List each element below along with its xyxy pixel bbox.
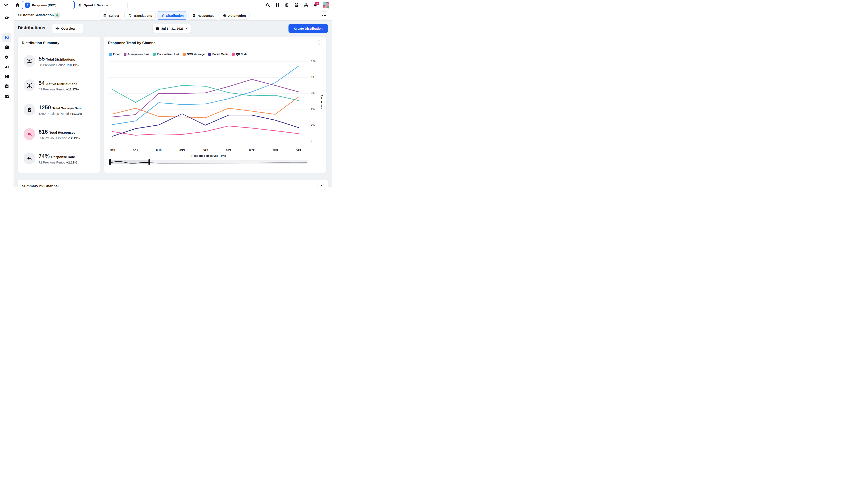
y-tick-label: 0 <box>311 139 321 142</box>
legend-swatch <box>183 53 186 56</box>
trend-chart-svg <box>109 60 308 142</box>
metric-label: Response Rate <box>51 155 75 159</box>
legend-label: Personalized Link <box>157 53 179 56</box>
metric-value: 1250 <box>38 104 51 111</box>
legend-label: SMS Message <box>187 53 205 56</box>
view-selector-dropdown[interactable]: Overview <box>52 24 83 33</box>
nav-distribution-button[interactable]: Distribution <box>157 11 187 20</box>
rail-reports-icon[interactable] <box>4 64 9 69</box>
metric-value: 74% <box>38 153 50 159</box>
translations-icon <box>128 13 132 18</box>
slider-handle-right[interactable] <box>149 159 150 165</box>
metric-label: Active Distributions <box>46 82 77 86</box>
tab-sprinklr-service[interactable]: Sprinklr Service <box>78 2 108 8</box>
search-icon[interactable] <box>266 3 270 7</box>
metric-delta: +11.97% <box>66 88 79 91</box>
automation-icon <box>223 14 226 18</box>
legend-label: Anonymous Link <box>128 53 149 56</box>
nav-builder-label: Builder <box>108 14 120 18</box>
legend-item[interactable]: Social Media <box>208 53 228 56</box>
date-range-value: Jul 1 - 31, 2023 <box>161 27 184 30</box>
metric-previous: 49 Previous Period <box>38 88 65 91</box>
nav-builder-button[interactable]: Builder <box>99 11 123 20</box>
distribution-send-icon <box>160 14 164 18</box>
legend-item[interactable]: QR Code <box>232 53 247 56</box>
x-tick-label: 6/16 <box>106 149 119 152</box>
sprinklr-logo-icon[interactable] <box>3 2 9 8</box>
reply-icon <box>24 128 35 140</box>
slider-mini-sparkline <box>109 160 308 164</box>
community-icon[interactable] <box>304 3 308 7</box>
y-tick-label: 300 <box>311 123 321 126</box>
legend-item[interactable]: Email <box>109 53 120 56</box>
x-tick-label: 6/17 <box>129 149 142 152</box>
rail-surveys-icon[interactable] <box>4 35 9 40</box>
legend-label: Email <box>113 53 120 56</box>
metric-value: 54 <box>38 80 45 86</box>
x-tick-label: 6/20 <box>199 149 212 152</box>
online-status-dot <box>327 6 330 9</box>
legend-item[interactable]: Personalized Link <box>153 53 179 56</box>
series-line-qr-code[interactable] <box>112 126 299 135</box>
compose-icon[interactable] <box>285 3 289 7</box>
metric-total-distributions: 55Total Distributions 50 Previous Period… <box>24 55 79 67</box>
builder-icon <box>103 14 107 18</box>
rail-inbox-icon[interactable] <box>4 93 9 98</box>
date-range-picker[interactable]: Jul 1 - 31, 2023 <box>153 24 191 33</box>
rail-settings-ai-icon[interactable] <box>4 55 9 60</box>
app-window: Programs (FPO) Sprinklr Service + 01 <box>0 0 332 187</box>
calendar-day-label: 01 <box>294 5 299 7</box>
metric-delta: -12.19% <box>68 136 80 140</box>
refresh-icon[interactable] <box>317 183 324 187</box>
apps-grid-icon[interactable] <box>275 3 280 7</box>
series-line-sms-message[interactable] <box>112 97 299 118</box>
refresh-icon[interactable] <box>316 40 322 47</box>
legend-swatch <box>153 53 156 56</box>
tab-service-label: Sprinklr Service <box>84 3 108 7</box>
home-icon[interactable] <box>15 3 20 8</box>
create-distribution-button[interactable]: Create Distribution <box>288 24 328 33</box>
legend-item[interactable]: SMS Message <box>183 53 205 56</box>
legend-swatch <box>124 53 126 56</box>
responses-icon <box>192 14 196 18</box>
nav-automation-button[interactable]: Automation <box>219 11 249 20</box>
response-trend-card: Response Trend by Channel EmailAnonymous… <box>104 37 326 173</box>
legend-swatch <box>109 53 112 56</box>
metric-delta: +2.19% <box>66 160 77 164</box>
legend-swatch <box>208 53 211 56</box>
nav-translations-button[interactable]: Translations <box>124 11 156 20</box>
program-title: Customer Satisfaction <box>18 10 54 20</box>
slider-handle-left[interactable] <box>109 159 111 165</box>
metric-value: 55 <box>38 56 45 62</box>
nav-responses-button[interactable]: Responses <box>188 11 218 20</box>
nav-translations-label: Translations <box>133 14 152 18</box>
metric-delta: +10.19% <box>66 63 79 67</box>
more-options-button[interactable] <box>320 11 328 20</box>
legend-item[interactable]: Anonymous Link <box>124 53 149 56</box>
notifications-bell-icon[interactable]: 8 <box>313 3 318 7</box>
calendar-icon[interactable]: 01 <box>294 3 299 7</box>
y-tick-label: 1K <box>311 75 321 79</box>
series-line-personalized-link[interactable] <box>112 86 299 102</box>
metric-active-distributions: 54Active Distributions 49 Previous Perio… <box>24 80 79 91</box>
rail-c-app-icon[interactable] <box>4 74 9 79</box>
rail-clipboard-icon[interactable] <box>4 84 9 89</box>
program-status-pill[interactable] <box>54 12 60 18</box>
metric-previous: 50 Previous Period <box>38 63 65 67</box>
date-calendar-icon <box>156 27 159 30</box>
page-title: Distributions <box>18 25 45 30</box>
metric-label: Total Distributions <box>46 58 75 61</box>
view-selector-value: Overview <box>61 27 75 30</box>
overview-eye-icon <box>55 27 59 30</box>
summary-by-channel-card: Summary by Channel <box>18 180 328 187</box>
left-rail <box>0 10 14 187</box>
metric-label: Total Responses <box>49 131 75 134</box>
rail-contacts-icon[interactable] <box>4 45 9 50</box>
tab-programs-label: Programs (FPO) <box>32 3 56 7</box>
rail-overview-eye-icon[interactable] <box>4 15 9 20</box>
tab-programs[interactable]: Programs (FPO) <box>22 1 75 9</box>
new-tab-button[interactable]: + <box>130 1 136 8</box>
time-range-slider <box>109 160 308 164</box>
user-avatar[interactable] <box>323 2 329 8</box>
series-line-anonymous-link[interactable] <box>112 80 299 117</box>
